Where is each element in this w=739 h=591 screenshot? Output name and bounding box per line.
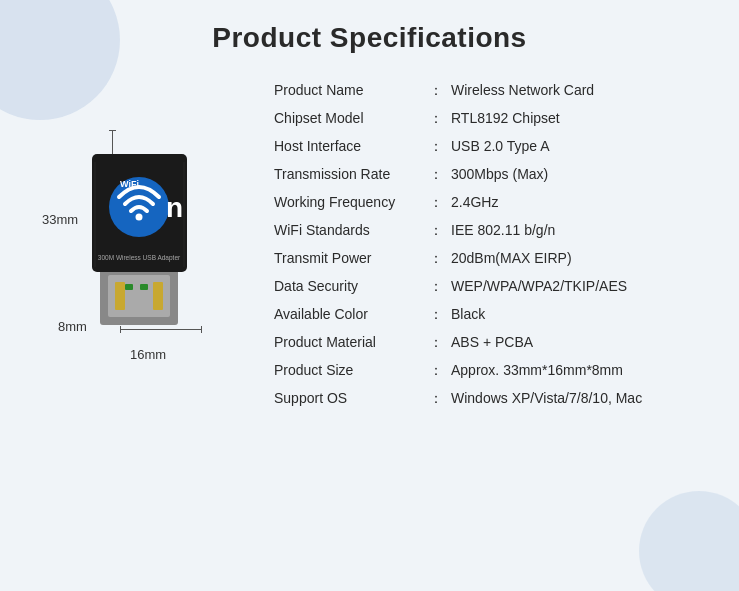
- svg-rect-3: [153, 282, 163, 310]
- svg-rect-5: [140, 284, 148, 290]
- spec-value: RTL8192 Chipset: [447, 105, 719, 133]
- spec-colon: ：: [425, 329, 447, 357]
- spec-row: Product Size：Approx. 33mm*16mm*8mm: [270, 357, 719, 385]
- spec-value: USB 2.0 Type A: [447, 133, 719, 161]
- spec-colon: ：: [425, 301, 447, 329]
- spec-colon: ：: [425, 217, 447, 245]
- spec-row: Working Frequency：2.4GHz: [270, 189, 719, 217]
- spec-colon: ：: [425, 245, 447, 273]
- spec-colon: ：: [425, 105, 447, 133]
- spec-row: Product Name：Wireless Network Card: [270, 77, 719, 105]
- spec-value: Approx. 33mm*16mm*8mm: [447, 357, 719, 385]
- main-content: 33mm 8mm 16mm: [0, 72, 739, 591]
- spec-value: 300Mbps (Max): [447, 161, 719, 189]
- spec-label: Working Frequency: [270, 189, 425, 217]
- spec-label: Available Color: [270, 301, 425, 329]
- svg-text:WiFi: WiFi: [120, 179, 139, 189]
- spec-label: Chipset Model: [270, 105, 425, 133]
- spec-row: Product Material：ABS + PCBA: [270, 329, 719, 357]
- product-diagram: 33mm 8mm 16mm: [40, 82, 240, 382]
- spec-label: Product Size: [270, 357, 425, 385]
- svg-text:n: n: [166, 192, 183, 223]
- spec-label: Product Name: [270, 77, 425, 105]
- header: Product Specifications: [0, 0, 739, 72]
- spec-value: Windows XP/Vista/7/8/10, Mac: [447, 385, 719, 413]
- spec-value: Black: [447, 301, 719, 329]
- spec-row: Transmit Power：20dBm(MAX EIRP): [270, 245, 719, 273]
- spec-label: Transmission Rate: [270, 161, 425, 189]
- usb-adapter-image: n WiFi 300M Wireless USB Adapter: [70, 112, 210, 332]
- spec-colon: ：: [425, 189, 447, 217]
- spec-colon: ：: [425, 161, 447, 189]
- spec-row: Data Security：WEP/WPA/WPA2/TKIP/AES: [270, 273, 719, 301]
- spec-colon: ：: [425, 385, 447, 413]
- spec-value: 2.4GHz: [447, 189, 719, 217]
- spec-value: Wireless Network Card: [447, 77, 719, 105]
- spec-label: Transmit Power: [270, 245, 425, 273]
- spec-colon: ：: [425, 357, 447, 385]
- spec-row: Support OS：Windows XP/Vista/7/8/10, Mac: [270, 385, 719, 413]
- spec-value: WEP/WPA/WPA2/TKIP/AES: [447, 273, 719, 301]
- svg-rect-4: [125, 284, 133, 290]
- spec-value: IEE 802.11 b/g/n: [447, 217, 719, 245]
- page-container: Product Specifications 33mm 8mm 16mm: [0, 0, 739, 591]
- spec-row: WiFi Standards：IEE 802.11 b/g/n: [270, 217, 719, 245]
- specs-table: Product Name：Wireless Network CardChipse…: [270, 77, 719, 413]
- page-title: Product Specifications: [0, 22, 739, 54]
- svg-point-8: [136, 214, 143, 221]
- spec-label: WiFi Standards: [270, 217, 425, 245]
- spec-label: Host Interface: [270, 133, 425, 161]
- spec-row: Transmission Rate：300Mbps (Max): [270, 161, 719, 189]
- spec-label: Data Security: [270, 273, 425, 301]
- spec-value: 20dBm(MAX EIRP): [447, 245, 719, 273]
- product-image-area: 33mm 8mm 16mm: [20, 72, 260, 382]
- spec-label: Support OS: [270, 385, 425, 413]
- spec-row: Host Interface：USB 2.0 Type A: [270, 133, 719, 161]
- spec-colon: ：: [425, 77, 447, 105]
- spec-value: ABS + PCBA: [447, 329, 719, 357]
- specs-area: Product Name：Wireless Network CardChipse…: [260, 72, 719, 413]
- spec-colon: ：: [425, 133, 447, 161]
- svg-rect-2: [115, 282, 125, 310]
- dim-label-width: 16mm: [130, 347, 166, 362]
- spec-row: Chipset Model：RTL8192 Chipset: [270, 105, 719, 133]
- spec-colon: ：: [425, 273, 447, 301]
- spec-row: Available Color：Black: [270, 301, 719, 329]
- svg-text:300M Wireless USB Adapter: 300M Wireless USB Adapter: [98, 254, 181, 262]
- spec-label: Product Material: [270, 329, 425, 357]
